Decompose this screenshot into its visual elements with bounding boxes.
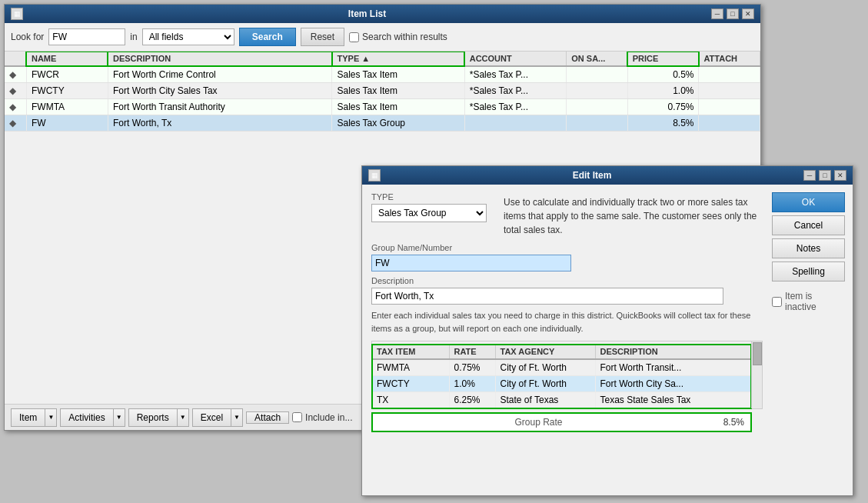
col-type[interactable]: TYPE ▲	[332, 52, 464, 66]
instruction-text: Enter each individual sales tax you need…	[371, 309, 763, 335]
row-onsa	[567, 66, 628, 83]
excel-button[interactable]: Excel	[192, 408, 231, 427]
maximize-button[interactable]: □	[727, 8, 739, 19]
tax-table-container: TAX ITEM RATE TAX AGENCY DESCRIPTION FWM…	[371, 341, 763, 409]
activities-button[interactable]: Activities	[60, 408, 112, 427]
minimize-button[interactable]: ─	[711, 8, 723, 19]
spelling-button[interactable]: Spelling	[772, 261, 845, 281]
tax-row-agency: City of Ft. Worth	[495, 376, 595, 392]
tax-row-rate: 0.75%	[449, 359, 495, 376]
description-input[interactable]	[371, 288, 723, 305]
col-price[interactable]: PRICE	[627, 52, 699, 66]
right-buttons-panel: OK Cancel Notes Spelling Item is inactiv…	[772, 185, 853, 495]
row-attach	[699, 99, 760, 115]
edit-title-bar-controls: ─ □ ✕	[803, 170, 846, 181]
reports-dropdown-arrow[interactable]: ▼	[177, 408, 189, 427]
tax-row-item: FWCTY	[372, 376, 449, 392]
tax-row-item: TX	[372, 392, 449, 408]
col-attach[interactable]: ATTACH	[699, 52, 760, 66]
table-row[interactable]: ◆ FW Fort Worth, Tx Sales Tax Group 8.5%	[5, 115, 760, 132]
window-icon: ▦	[11, 8, 23, 20]
col-description[interactable]: DESCRIPTION	[108, 52, 332, 66]
lookfor-label: Look for	[11, 32, 44, 42]
tax-table-row[interactable]: FWCTY 1.0% City of Ft. Worth Fort Worth …	[372, 376, 751, 392]
edit-window-icon: ▦	[368, 169, 381, 182]
inactive-checkbox[interactable]	[772, 297, 782, 307]
edit-item-window: ▦ Edit Item ─ □ ✕ TYPE Sales Tax Group U…	[361, 165, 853, 496]
row-onsa	[567, 83, 628, 99]
tax-row-description: Texas State Sales Tax	[595, 392, 751, 408]
search-button[interactable]: Search	[239, 28, 296, 46]
row-type: Sales Tax Item	[332, 66, 464, 83]
table-row[interactable]: ◆ FWCTY Fort Worth City Sales Tax Sales …	[5, 83, 760, 99]
include-row: Include in...	[292, 412, 352, 423]
title-bar-controls: ─ □ ✕	[711, 8, 754, 19]
row-onsa	[567, 99, 628, 115]
group-name-input[interactable]	[371, 255, 571, 271]
group-rate-row: Group Rate 8.5%	[371, 412, 752, 432]
row-attach	[699, 66, 760, 83]
item-split-button: Item ▼	[11, 408, 57, 427]
reset-button[interactable]: Reset	[301, 28, 344, 46]
reports-split-button: Reports ▼	[128, 408, 189, 427]
tax-row-agency: City of Ft. Worth	[495, 359, 595, 376]
excel-split-button: Excel ▼	[192, 408, 243, 427]
col-account[interactable]: ACCOUNT	[464, 52, 567, 66]
row-type: Sales Tax Group	[332, 115, 464, 132]
tax-col-rate: RATE	[449, 345, 495, 359]
col-onsa[interactable]: ON SA...	[567, 52, 628, 66]
edit-close-button[interactable]: ✕	[834, 170, 846, 181]
row-diamond: ◆	[5, 83, 26, 99]
field-dropdown[interactable]: All fields	[142, 28, 234, 45]
type-select[interactable]: Sales Tax Group	[371, 204, 487, 222]
tax-row-rate: 1.0%	[449, 376, 495, 392]
type-label: TYPE	[371, 192, 494, 202]
search-toolbar: Look for in All fields Search Reset Sear…	[5, 23, 760, 52]
search-within-checkbox[interactable]	[349, 32, 359, 42]
row-type: Sales Tax Item	[332, 83, 464, 99]
tax-row-rate: 6.25%	[449, 392, 495, 408]
search-within-row: Search within results	[349, 32, 447, 42]
edit-content-wrapper: TYPE Sales Tax Group Use to calculate an…	[362, 185, 853, 495]
row-name: FWMTA	[26, 99, 108, 115]
edit-maximize-button[interactable]: □	[819, 170, 831, 181]
edit-minimize-button[interactable]: ─	[803, 170, 816, 181]
cancel-button[interactable]: Cancel	[772, 215, 845, 235]
tax-table-scrollbar[interactable]	[751, 341, 762, 408]
item-button[interactable]: Item	[11, 408, 45, 427]
lookfor-input[interactable]	[48, 28, 125, 45]
item-table: NAME DESCRIPTION TYPE ▲ ACCOUNT ON SA...…	[5, 52, 760, 132]
reports-button[interactable]: Reports	[128, 408, 177, 427]
description-field: Description	[371, 276, 763, 305]
row-price: 0.75%	[627, 99, 699, 115]
table-row[interactable]: ◆ FWCR Fort Worth Crime Control Sales Ta…	[5, 66, 760, 83]
item-dropdown-arrow[interactable]: ▼	[45, 408, 57, 427]
ok-button[interactable]: OK	[772, 192, 845, 212]
tax-row-item: FWMTA	[372, 359, 449, 376]
tax-table-row[interactable]: FWMTA 0.75% City of Ft. Worth Fort Worth…	[372, 359, 751, 376]
item-list-title: Item List	[23, 8, 711, 19]
row-name: FWCTY	[26, 83, 108, 99]
inactive-section: Item is inactive	[772, 291, 845, 312]
close-button[interactable]: ✕	[742, 8, 754, 19]
activities-dropdown-arrow[interactable]: ▼	[113, 408, 125, 427]
row-account: *Sales Tax P...	[464, 99, 567, 115]
edit-item-title: Edit Item	[381, 170, 803, 181]
in-label: in	[130, 32, 137, 42]
tax-col-agency: TAX AGENCY	[495, 345, 595, 359]
notes-button[interactable]: Notes	[772, 238, 845, 258]
attach-button[interactable]: Attach	[246, 411, 289, 424]
table-row[interactable]: ◆ FWMTA Fort Worth Transit Authority Sal…	[5, 99, 760, 115]
row-attach	[699, 115, 760, 132]
row-name: FWCR	[26, 66, 108, 83]
edit-form: TYPE Sales Tax Group Use to calculate an…	[362, 185, 772, 449]
inactive-label: Item is inactive	[785, 291, 845, 312]
row-account: *Sales Tax P...	[464, 83, 567, 99]
include-checkbox[interactable]	[292, 412, 302, 422]
row-price: 0.5%	[627, 66, 699, 83]
include-label: Include in...	[305, 412, 352, 423]
type-description-text: Use to calculate and individually track …	[504, 192, 763, 237]
tax-table-row[interactable]: TX 6.25% State of Texas Texas State Sale…	[372, 392, 751, 408]
col-name[interactable]: NAME	[26, 52, 108, 66]
excel-dropdown-arrow[interactable]: ▼	[231, 408, 243, 427]
